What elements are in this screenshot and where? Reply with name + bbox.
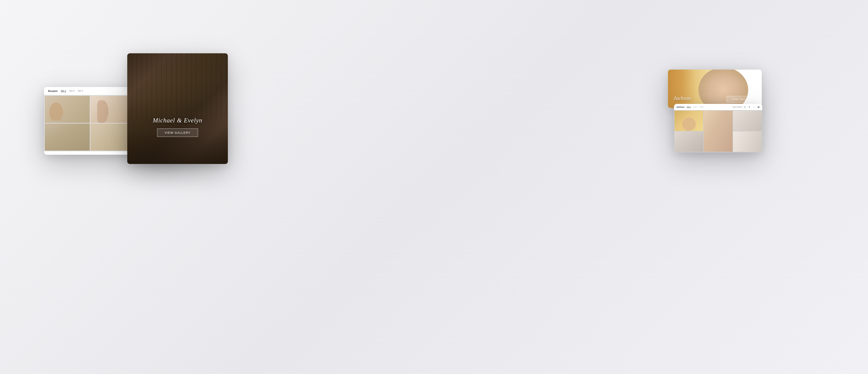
boudoir-tab-1[interactable]: Set 1 <box>61 90 66 92</box>
boudoir-photo-1 <box>45 96 90 123</box>
jackson-photo-5 <box>733 131 762 152</box>
wedding-couple-name: Michael & Evelyn <box>153 117 203 124</box>
jackson-cart-icon[interactable] <box>743 105 746 109</box>
wedding-hero-window: Michael & Evelyn View Gallery <box>127 53 228 164</box>
jackson-tab-3[interactable]: Set 3 <box>700 106 704 108</box>
jackson-tab-2[interactable]: Set 2 <box>693 106 698 108</box>
jackson-stats-icon[interactable] <box>757 105 760 109</box>
jackson-photo-3 <box>733 111 762 131</box>
scene: Boudoir Set 1 Set 2 Set 3 Print Store Mi… <box>0 0 868 374</box>
jackson-gallery-window: Jackson Set 1 Set 2 Set 3 Must Share <box>674 104 762 152</box>
jackson-hero-window: Jackson View Gallery <box>668 70 762 108</box>
boudoir-photo-4 <box>45 124 90 150</box>
jackson-photo-4 <box>675 131 703 152</box>
jackson-photo-grid <box>674 110 762 152</box>
wedding-hero-background: Michael & Evelyn View Gallery <box>127 53 228 164</box>
jackson-nav-title: Jackson <box>676 106 684 108</box>
boudoir-title: Boudoir <box>48 90 58 92</box>
boudoir-tab-2[interactable]: Set 2 <box>69 90 74 92</box>
jackson-view-gallery-button[interactable]: View Gallery <box>727 96 756 103</box>
jackson-nav: Jackson Set 1 Set 2 Set 3 Must Share <box>674 104 762 110</box>
jackson-heart-icon[interactable] <box>752 105 755 109</box>
wedding-view-gallery-button[interactable]: View Gallery <box>157 129 198 137</box>
jackson-hero-background: Jackson View Gallery <box>668 70 762 108</box>
jackson-nav-right: Must Share <box>733 105 760 109</box>
jackson-share-icon[interactable] <box>748 105 751 109</box>
jackson-print-store: Must Share <box>733 106 742 108</box>
jackson-photo-2 <box>704 111 733 152</box>
jackson-photo-1 <box>675 111 703 131</box>
jackson-client-name: Jackson <box>673 95 691 101</box>
jackson-tab-1[interactable]: Set 1 <box>687 106 691 108</box>
boudoir-tab-3[interactable]: Set 3 <box>78 90 83 92</box>
